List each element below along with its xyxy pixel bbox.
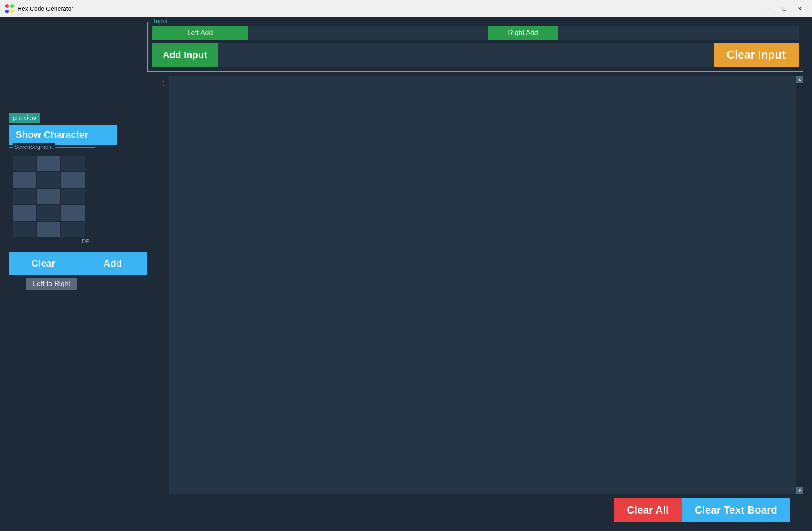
seven-segment-group: SevenSegment: [9, 147, 95, 248]
scrollbar-down-button[interactable]: ▼: [796, 487, 803, 494]
preview-label: pre-view: [9, 113, 40, 123]
center-input[interactable]: [248, 26, 488, 40]
close-button[interactable]: ✕: [793, 3, 807, 15]
clear-all-button[interactable]: Clear All: [614, 498, 681, 522]
line-number: 1: [151, 80, 166, 88]
bottom-bar: Clear All Clear Text Board: [147, 494, 803, 527]
right-add-button[interactable]: Right Add: [488, 26, 558, 40]
line-numbers: 1: [147, 76, 169, 494]
left-add-button[interactable]: Left Add: [152, 26, 248, 40]
icon-dot-blue: [5, 10, 9, 13]
seg-cell: [61, 172, 85, 188]
clear-button[interactable]: Clear: [9, 252, 78, 275]
input-group: Input Left Add Right Add Add Input Clear…: [147, 22, 803, 72]
input-row-2: Add Input Clear Input: [152, 43, 799, 67]
right-input[interactable]: [558, 26, 799, 40]
add-button[interactable]: Add: [78, 252, 147, 275]
clear-text-board-button[interactable]: Clear Text Board: [682, 498, 790, 522]
left-panel: pre-view Show Character SevenSegment: [0, 17, 147, 531]
right-panel: Input Left Add Right Add Add Input Clear…: [147, 17, 812, 531]
seven-segment-label: SevenSegment: [13, 143, 55, 150]
text-board: 1 ▲ ▼: [147, 76, 803, 494]
maximize-button[interactable]: □: [777, 3, 791, 15]
seg-cell: [61, 189, 85, 204]
seg-cell: [61, 156, 85, 171]
icon-dot-red: [5, 4, 9, 8]
seg-cell: [37, 205, 60, 221]
main-content: pre-view Show Character SevenSegment: [0, 17, 812, 531]
seg-cell: [37, 222, 60, 237]
seg-cell: [37, 189, 60, 204]
seg-cell: [61, 205, 85, 221]
icon-dot-green: [10, 4, 14, 8]
minimize-button[interactable]: −: [762, 3, 776, 15]
clear-add-row: Clear Add: [9, 252, 147, 275]
show-character-button[interactable]: Show Character: [9, 125, 117, 145]
seg-cell: [13, 172, 36, 188]
scrollbar: ▲ ▼: [796, 76, 803, 494]
seg-cell: [13, 189, 36, 204]
left-to-right-label: Left to Right: [26, 278, 77, 290]
dp-label: DP: [11, 238, 93, 246]
scrollbar-track[interactable]: [796, 83, 803, 487]
seg-cell: [37, 156, 60, 171]
seg-cell: [37, 172, 60, 188]
seg-cell: [61, 222, 85, 237]
window-controls: − □ ✕: [762, 3, 807, 15]
input-row-1: Left Add Right Add: [152, 26, 799, 40]
add-input-button[interactable]: Add Input: [152, 43, 218, 67]
seg-cell: [13, 222, 36, 237]
seg-cell: [13, 156, 36, 171]
scrollbar-up-button[interactable]: ▲: [796, 76, 803, 83]
window-title: Hex Code Generator: [17, 5, 762, 12]
icon-dot-yellow: [10, 10, 14, 13]
middle-space: [218, 43, 714, 67]
text-area[interactable]: [169, 76, 796, 494]
title-bar: Hex Code Generator − □ ✕: [0, 0, 812, 17]
clear-input-button[interactable]: Clear Input: [714, 43, 799, 67]
seg-cell: [13, 205, 36, 221]
app-icon: [5, 4, 14, 13]
input-group-label: Input: [152, 18, 169, 25]
